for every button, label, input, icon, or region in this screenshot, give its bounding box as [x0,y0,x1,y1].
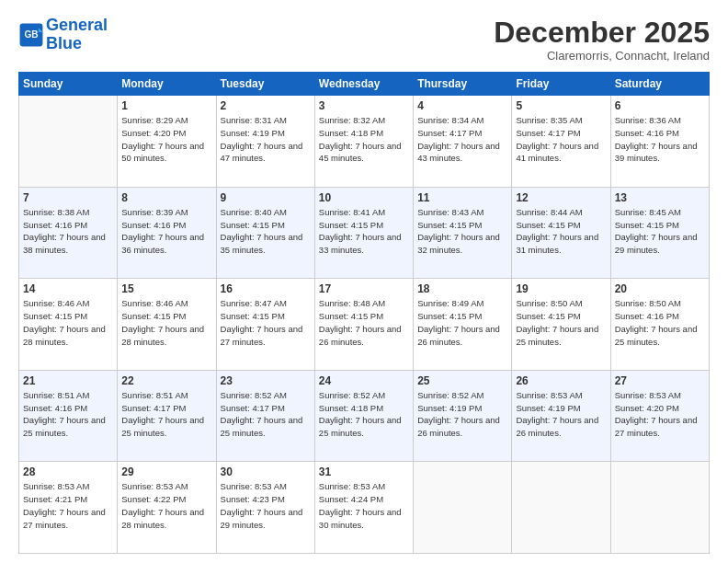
day-number: 21 [23,374,113,387]
day-info: Sunrise: 8:29 AM Sunset: 4:20 PM Dayligh… [121,114,211,165]
table-row: 27Sunrise: 8:53 AM Sunset: 4:20 PM Dayli… [610,370,709,462]
day-info: Sunrise: 8:38 AM Sunset: 4:16 PM Dayligh… [23,206,113,257]
table-row: 21Sunrise: 8:51 AM Sunset: 4:16 PM Dayli… [19,370,118,462]
table-row: 10Sunrise: 8:41 AM Sunset: 4:15 PM Dayli… [314,187,413,279]
day-number: 28 [23,465,113,478]
day-number: 27 [615,374,705,387]
day-info: Sunrise: 8:53 AM Sunset: 4:23 PM Dayligh… [221,480,311,531]
day-info: Sunrise: 8:53 AM Sunset: 4:24 PM Dayligh… [319,480,409,531]
table-row [414,462,512,554]
table-row [610,462,709,554]
table-row: 1Sunrise: 8:29 AM Sunset: 4:20 PM Daylig… [118,96,216,188]
table-row: 29Sunrise: 8:53 AM Sunset: 4:22 PM Dayli… [118,462,216,554]
day-number: 3 [319,99,409,112]
day-info: Sunrise: 8:49 AM Sunset: 4:15 PM Dayligh… [417,297,507,348]
day-info: Sunrise: 8:53 AM Sunset: 4:21 PM Dayligh… [23,480,113,531]
day-number: 9 [221,191,311,204]
day-number: 10 [319,191,409,204]
month-title: December 2025 [494,17,710,49]
day-number: 13 [615,191,705,204]
table-row: 19Sunrise: 8:50 AM Sunset: 4:15 PM Dayli… [512,279,610,371]
col-sunday: Sunday [19,73,118,96]
day-info: Sunrise: 8:48 AM Sunset: 4:15 PM Dayligh… [319,297,409,348]
day-number: 16 [221,282,311,295]
col-friday: Friday [512,73,610,96]
day-number: 22 [121,374,211,387]
calendar-week-row: 28Sunrise: 8:53 AM Sunset: 4:21 PM Dayli… [19,462,710,554]
day-info: Sunrise: 8:40 AM Sunset: 4:15 PM Dayligh… [221,206,311,257]
day-info: Sunrise: 8:34 AM Sunset: 4:17 PM Dayligh… [417,114,507,165]
calendar-table: Sunday Monday Tuesday Wednesday Thursday… [18,72,710,554]
day-info: Sunrise: 8:52 AM Sunset: 4:18 PM Dayligh… [319,389,409,440]
table-row: 17Sunrise: 8:48 AM Sunset: 4:15 PM Dayli… [314,279,413,371]
calendar-week-row: 7Sunrise: 8:38 AM Sunset: 4:16 PM Daylig… [19,187,710,279]
day-info: Sunrise: 8:39 AM Sunset: 4:16 PM Dayligh… [121,206,211,257]
col-tuesday: Tuesday [216,73,314,96]
day-number: 1 [121,99,211,112]
day-number: 23 [221,374,311,387]
day-info: Sunrise: 8:50 AM Sunset: 4:15 PM Dayligh… [516,297,606,348]
day-number: 25 [417,374,507,387]
day-info: Sunrise: 8:47 AM Sunset: 4:15 PM Dayligh… [221,297,311,348]
day-info: Sunrise: 8:53 AM Sunset: 4:20 PM Dayligh… [615,389,705,440]
col-saturday: Saturday [610,73,709,96]
day-number: 20 [615,282,705,295]
svg-text:GB: GB [24,29,38,40]
table-row: 12Sunrise: 8:44 AM Sunset: 4:15 PM Dayli… [512,187,610,279]
day-info: Sunrise: 8:32 AM Sunset: 4:18 PM Dayligh… [319,114,409,165]
day-number: 18 [417,282,507,295]
day-number: 8 [121,191,211,204]
day-info: Sunrise: 8:52 AM Sunset: 4:19 PM Dayligh… [417,389,507,440]
calendar-header-row: Sunday Monday Tuesday Wednesday Thursday… [19,73,710,96]
table-row: 4Sunrise: 8:34 AM Sunset: 4:17 PM Daylig… [414,96,512,188]
table-row: 30Sunrise: 8:53 AM Sunset: 4:23 PM Dayli… [216,462,314,554]
day-number: 24 [319,374,409,387]
col-thursday: Thursday [414,73,512,96]
day-info: Sunrise: 8:46 AM Sunset: 4:15 PM Dayligh… [121,297,211,348]
day-number: 19 [516,282,606,295]
table-row: 11Sunrise: 8:43 AM Sunset: 4:15 PM Dayli… [414,187,512,279]
day-number: 11 [417,191,507,204]
table-row: 18Sunrise: 8:49 AM Sunset: 4:15 PM Dayli… [414,279,512,371]
day-info: Sunrise: 8:52 AM Sunset: 4:17 PM Dayligh… [221,389,311,440]
col-wednesday: Wednesday [314,73,413,96]
calendar-week-row: 1Sunrise: 8:29 AM Sunset: 4:20 PM Daylig… [19,96,710,188]
table-row: 6Sunrise: 8:36 AM Sunset: 4:16 PM Daylig… [610,96,709,188]
calendar-week-row: 14Sunrise: 8:46 AM Sunset: 4:15 PM Dayli… [19,279,710,371]
table-row: 8Sunrise: 8:39 AM Sunset: 4:16 PM Daylig… [118,187,216,279]
table-row: 31Sunrise: 8:53 AM Sunset: 4:24 PM Dayli… [314,462,413,554]
table-row [512,462,610,554]
header: GB General Blue December 2025 Claremorri… [18,17,710,63]
day-info: Sunrise: 8:31 AM Sunset: 4:19 PM Dayligh… [221,114,311,165]
table-row: 25Sunrise: 8:52 AM Sunset: 4:19 PM Dayli… [414,370,512,462]
day-info: Sunrise: 8:44 AM Sunset: 4:15 PM Dayligh… [516,206,606,257]
table-row: 2Sunrise: 8:31 AM Sunset: 4:19 PM Daylig… [216,96,314,188]
logo-text: General Blue [46,17,108,53]
logo-line2: Blue [46,34,82,52]
day-info: Sunrise: 8:36 AM Sunset: 4:16 PM Dayligh… [615,114,705,165]
day-info: Sunrise: 8:45 AM Sunset: 4:15 PM Dayligh… [615,206,705,257]
col-monday: Monday [118,73,216,96]
table-row: 13Sunrise: 8:45 AM Sunset: 4:15 PM Dayli… [610,187,709,279]
day-number: 5 [516,99,606,112]
table-row: 16Sunrise: 8:47 AM Sunset: 4:15 PM Dayli… [216,279,314,371]
location-subtitle: Claremorris, Connacht, Ireland [494,49,710,63]
title-block: December 2025 Claremorris, Connacht, Ire… [494,17,710,63]
table-row: 23Sunrise: 8:52 AM Sunset: 4:17 PM Dayli… [216,370,314,462]
day-info: Sunrise: 8:51 AM Sunset: 4:17 PM Dayligh… [121,389,211,440]
table-row: 15Sunrise: 8:46 AM Sunset: 4:15 PM Dayli… [118,279,216,371]
day-number: 17 [319,282,409,295]
day-number: 2 [221,99,311,112]
day-number: 15 [121,282,211,295]
day-info: Sunrise: 8:43 AM Sunset: 4:15 PM Dayligh… [417,206,507,257]
day-number: 31 [319,465,409,478]
page: GB General Blue December 2025 Claremorri… [0,0,728,563]
day-number: 26 [516,374,606,387]
calendar-week-row: 21Sunrise: 8:51 AM Sunset: 4:16 PM Dayli… [19,370,710,462]
table-row: 3Sunrise: 8:32 AM Sunset: 4:18 PM Daylig… [314,96,413,188]
day-info: Sunrise: 8:46 AM Sunset: 4:15 PM Dayligh… [23,297,113,348]
table-row: 28Sunrise: 8:53 AM Sunset: 4:21 PM Dayli… [19,462,118,554]
table-row: 7Sunrise: 8:38 AM Sunset: 4:16 PM Daylig… [19,187,118,279]
day-info: Sunrise: 8:53 AM Sunset: 4:22 PM Dayligh… [121,480,211,531]
day-number: 30 [221,465,311,478]
